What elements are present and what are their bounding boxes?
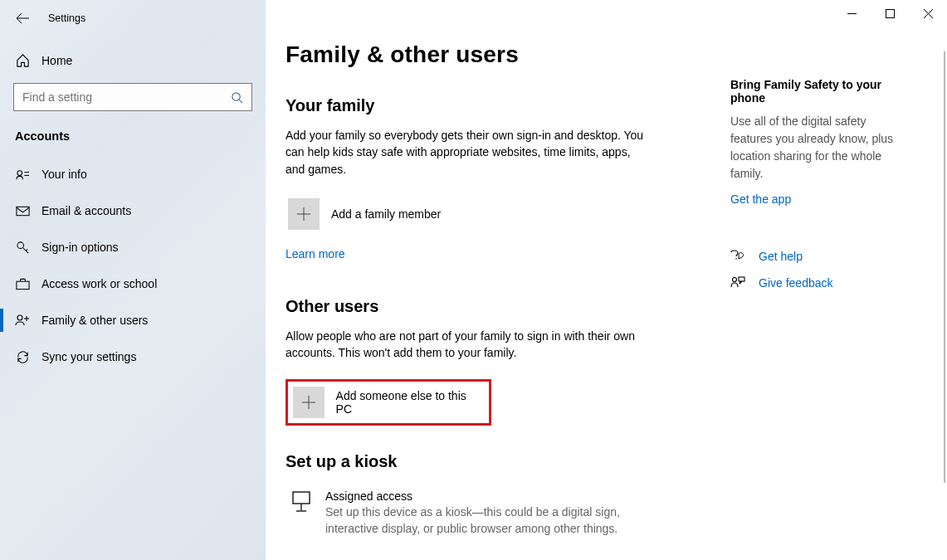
get-help-link[interactable]: Get help (730, 249, 910, 264)
maximize-button[interactable] (871, 0, 909, 27)
svg-rect-10 (16, 281, 28, 289)
sidebar-section-header: Accounts (0, 111, 266, 151)
back-button[interactable] (15, 11, 30, 26)
window-title: Settings (48, 12, 85, 24)
home-icon (15, 53, 30, 68)
nav-label: Sync your settings (41, 350, 136, 363)
scrollbar[interactable] (942, 51, 947, 560)
svg-point-26 (733, 278, 737, 282)
nav-label: Sign-in options (41, 241, 119, 254)
nav-label: Email & accounts (41, 204, 131, 217)
learn-more-link[interactable]: Learn more (286, 247, 345, 261)
your-family-heading: Your family (286, 96, 714, 115)
person-card-icon (15, 167, 30, 182)
search-icon (230, 90, 243, 104)
aside-promo-heading: Bring Family Safety to your phone (730, 78, 910, 105)
assigned-access-description: Set up this device as a kiosk—this could… (325, 504, 657, 537)
get-help-label: Get help (759, 250, 803, 263)
minimize-button[interactable] (832, 0, 871, 27)
kiosk-heading: Set up a kiosk (286, 452, 714, 471)
assigned-access-title: Assigned access (325, 489, 657, 503)
sidebar-home[interactable]: Home (0, 45, 266, 76)
sidebar: Settings Home Accounts Your info (0, 0, 266, 560)
your-family-description: Add your family so everybody gets their … (286, 127, 651, 178)
svg-point-3 (17, 170, 22, 175)
people-plus-icon (15, 313, 30, 328)
svg-line-8 (22, 247, 28, 253)
window-controls (832, 0, 947, 27)
home-label: Home (41, 54, 72, 67)
email-icon (15, 203, 30, 218)
main: Family & other users Your family Add you… (266, 0, 947, 560)
plus-icon (293, 387, 325, 418)
add-family-label: Add a family member (331, 207, 441, 221)
other-users-description: Allow people who are not part of your fa… (286, 328, 651, 362)
sidebar-item-your-info[interactable]: Your info (0, 156, 266, 192)
add-family-member-button[interactable]: Add a family member (286, 196, 714, 232)
svg-point-0 (232, 92, 239, 100)
nav-label: Your info (41, 168, 87, 181)
briefcase-icon (15, 276, 30, 291)
svg-rect-15 (886, 9, 894, 17)
svg-rect-27 (739, 277, 744, 281)
feedback-icon (730, 275, 749, 290)
sidebar-item-family-other-users[interactable]: Family & other users (0, 302, 266, 338)
aside: Bring Family Safety to your phone Use al… (714, 0, 930, 560)
svg-line-2 (239, 100, 242, 103)
svg-rect-22 (293, 492, 310, 504)
help-icon (730, 249, 749, 264)
svg-line-9 (26, 249, 27, 251)
other-users-heading: Other users (286, 297, 714, 316)
give-feedback-label: Give feedback (759, 276, 833, 290)
page-title: Family & other users (286, 41, 714, 68)
plus-icon (288, 198, 320, 230)
svg-rect-6 (16, 207, 28, 215)
key-icon (15, 240, 30, 255)
add-someone-else-label: Add someone else to this PC (336, 389, 484, 416)
add-someone-else-button[interactable]: Add someone else to this PC (286, 379, 491, 426)
svg-point-7 (17, 241, 23, 248)
svg-line-1 (232, 93, 239, 100)
get-the-app-link[interactable]: Get the app (730, 192, 791, 206)
kiosk-icon (286, 489, 317, 537)
give-feedback-link[interactable]: Give feedback (730, 275, 910, 290)
svg-point-11 (17, 315, 22, 320)
sidebar-item-email-accounts[interactable]: Email & accounts (0, 192, 266, 229)
search-input[interactable] (22, 90, 221, 104)
assigned-access-button[interactable]: Assigned access Set up this device as a … (286, 489, 714, 537)
sidebar-item-sync-settings[interactable]: Sync your settings (0, 338, 266, 375)
sync-icon (15, 349, 30, 364)
nav-label: Family & other users (41, 314, 148, 327)
search-box[interactable] (13, 83, 252, 111)
sidebar-item-signin-options[interactable]: Sign-in options (0, 229, 266, 265)
sidebar-item-access-work-school[interactable]: Access work or school (0, 265, 266, 302)
aside-promo-text: Use all of the digital safety features y… (730, 113, 910, 183)
nav-list: Your info Email & accounts Sign-in optio… (0, 156, 266, 375)
scrollbar-thumb[interactable] (944, 51, 945, 483)
nav-label: Access work or school (41, 277, 157, 290)
close-button[interactable] (909, 0, 947, 27)
svg-point-25 (735, 258, 737, 260)
